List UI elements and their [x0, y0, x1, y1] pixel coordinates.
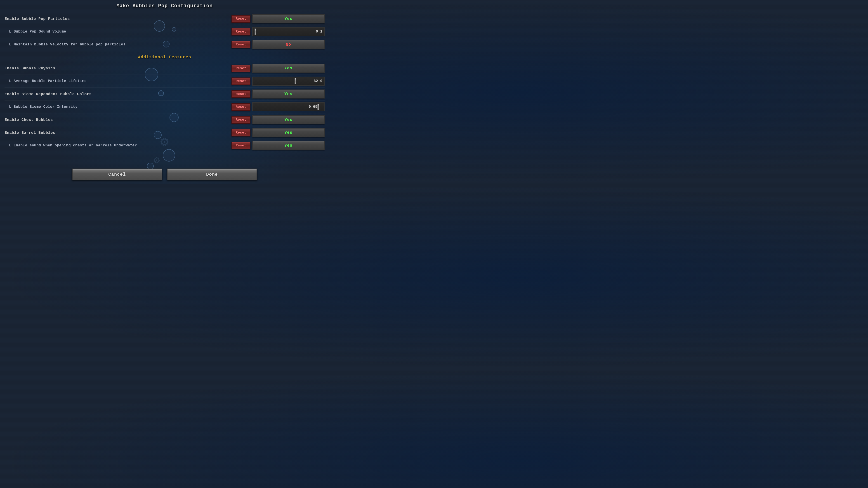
setting-label-enable-bubble-physics: Enable Bubble Physics [4, 66, 231, 70]
setting-row-maintain-bubble-velocity: Maintain bubble velocity for bubble pop … [4, 38, 324, 51]
setting-label-enable-biome-dependent-bubble-colors: Enable Biome Dependent Bubble Colors [4, 92, 231, 96]
slider-value-average-bubble-particle-lifetime: 32.0 [314, 79, 322, 83]
page-title: Make Bubbles Pop Configuration [4, 3, 324, 9]
reset-button-enable-sound-opening-chests-barrels[interactable]: Reset [231, 142, 250, 149]
toggle-enable-bubble-pop-particles[interactable]: Yes [252, 14, 324, 23]
toggle-enable-barrel-bubbles[interactable]: Yes [252, 128, 324, 137]
setting-label-enable-sound-opening-chests-barrels: Enable sound when opening chests or barr… [4, 143, 231, 148]
slider-thumb-average-bubble-particle-lifetime[interactable] [294, 78, 296, 84]
slider-thumb-bubble-biome-color-intensity[interactable] [317, 104, 319, 110]
bottom-buttons: Cancel Done [4, 165, 324, 182]
setting-row-enable-chest-bubbles: Enable Chest Bubbles Reset Yes [4, 113, 324, 126]
slider-thumb-bubble-pop-sound-volume[interactable] [254, 29, 256, 35]
reset-button-bubble-pop-sound-volume[interactable]: Reset [231, 28, 250, 35]
slider-value-bubble-biome-color-intensity: 0.65 [309, 105, 317, 109]
toggle-enable-chest-bubbles[interactable]: Yes [252, 115, 324, 124]
setting-label-enable-barrel-bubbles: Enable Barrel Bubbles [4, 131, 231, 135]
reset-button-enable-biome-dependent-bubble-colors[interactable]: Reset [231, 90, 250, 98]
setting-row-enable-biome-dependent-bubble-colors: Enable Biome Dependent Bubble Colors Res… [4, 88, 324, 101]
toggle-enable-bubble-physics[interactable]: Yes [252, 64, 324, 73]
cancel-button[interactable]: Cancel [72, 168, 162, 180]
setting-row-average-bubble-particle-lifetime: Average Bubble Particle Lifetime Reset 3… [4, 75, 324, 88]
setting-label-bubble-biome-color-intensity: Bubble Biome Color Intensity [4, 105, 231, 109]
reset-button-enable-chest-bubbles[interactable]: Reset [231, 116, 250, 124]
toggle-enable-sound-opening-chests-barrels[interactable]: Yes [252, 141, 324, 150]
toggle-maintain-bubble-velocity[interactable]: No [252, 40, 324, 49]
slider-value-bubble-pop-sound-volume: 0.1 [316, 30, 322, 34]
reset-button-average-bubble-particle-lifetime[interactable]: Reset [231, 77, 250, 85]
reset-button-enable-bubble-physics[interactable]: Reset [231, 65, 250, 72]
setting-label-bubble-pop-sound-volume: Bubble Pop Sound Volume [4, 30, 231, 34]
slider-average-bubble-particle-lifetime[interactable]: 32.0 [252, 76, 324, 86]
setting-row-enable-barrel-bubbles: Enable Barrel Bubbles Reset Yes [4, 126, 324, 139]
setting-row-bubble-pop-sound-volume: Bubble Pop Sound Volume Reset 0.1 [4, 25, 324, 38]
setting-row-enable-bubble-physics: Enable Bubble Physics Reset Yes [4, 62, 324, 75]
reset-button-maintain-bubble-velocity[interactable]: Reset [231, 41, 250, 48]
reset-button-bubble-biome-color-intensity[interactable]: Reset [231, 103, 250, 111]
settings-area: Enable Bubble Pop Particles Reset Yes Bu… [4, 12, 324, 165]
reset-button-enable-barrel-bubbles[interactable]: Reset [231, 129, 250, 136]
setting-label-average-bubble-particle-lifetime: Average Bubble Particle Lifetime [4, 79, 231, 83]
done-button[interactable]: Done [167, 168, 257, 180]
setting-row-enable-bubble-pop-particles: Enable Bubble Pop Particles Reset Yes [4, 12, 324, 25]
slider-bubble-biome-color-intensity[interactable]: 0.65 [252, 102, 324, 111]
setting-label-enable-chest-bubbles: Enable Chest Bubbles [4, 118, 231, 122]
setting-label-enable-bubble-pop-particles: Enable Bubble Pop Particles [4, 17, 231, 21]
reset-button-enable-bubble-pop-particles[interactable]: Reset [231, 15, 250, 23]
toggle-enable-biome-dependent-bubble-colors[interactable]: Yes [252, 90, 324, 98]
setting-row-bubble-biome-color-intensity: Bubble Biome Color Intensity Reset 0.65 [4, 101, 324, 113]
slider-bubble-pop-sound-volume[interactable]: 0.1 [252, 27, 324, 36]
main-container: Make Bubbles Pop Configuration Enable Bu… [0, 0, 329, 184]
setting-label-maintain-bubble-velocity: Maintain bubble velocity for bubble pop … [4, 42, 231, 46]
setting-row-enable-sound-opening-chests-barrels: Enable sound when opening chests or barr… [4, 139, 324, 152]
section-header-additional: Additional Features [4, 51, 324, 62]
